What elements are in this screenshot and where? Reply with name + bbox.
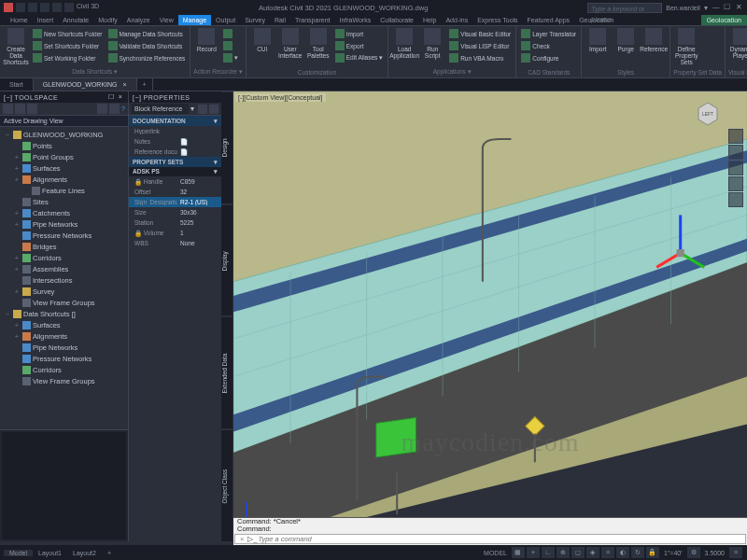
ribbon-mini-button[interactable]: ▾	[221, 52, 240, 63]
ribbon-mini-button[interactable]: Manage Data Shortcuts	[106, 28, 188, 39]
property-row[interactable]: Hyperlink	[129, 126, 221, 136]
properties-vtab[interactable]: Design	[221, 91, 233, 204]
new-tab-button[interactable]: +	[137, 78, 153, 91]
ribbon-mini-button[interactable]: Validate Data Shortcuts	[106, 40, 188, 51]
status-gear-icon[interactable]: ⚙	[687, 547, 700, 558]
status-model-label[interactable]: MODEL	[480, 550, 511, 556]
property-value[interactable]: C859	[177, 178, 221, 185]
tree-node[interactable]: Pressure Networks	[0, 230, 128, 241]
property-value[interactable]: 30x36	[177, 209, 221, 216]
ribbon-tab[interactable]: View	[155, 15, 178, 25]
property-row[interactable]: 🔒 HandleC859	[129, 176, 221, 187]
property-row[interactable]: Sign_DesignationR2-1 (US)	[129, 197, 221, 207]
property-row[interactable]: WBSNone	[129, 238, 221, 248]
command-close-icon[interactable]: ×	[237, 535, 247, 543]
ribbon-mini-button[interactable]: Set Working Folder	[31, 52, 105, 63]
3d-viewport[interactable]: [-][Custom View][Conceptual] LEFT maycod…	[233, 91, 747, 541]
ribbon-button[interactable]: LoadApplication	[391, 28, 417, 63]
tree-node[interactable]: View Frame Groups	[0, 375, 128, 386]
start-tab[interactable]: Start	[0, 78, 34, 91]
status-osnap-icon[interactable]: ◻	[571, 547, 585, 558]
geolocation-pill[interactable]: Geolocation	[701, 15, 747, 25]
tree-expander-icon[interactable]: +	[13, 254, 21, 262]
tree-node[interactable]: Points	[0, 140, 128, 151]
ribbon-mini-button[interactable]: Edit Aliases ▾	[333, 52, 385, 63]
properties-vtab[interactable]: Display	[221, 204, 233, 317]
tree-expander-icon[interactable]: +	[13, 153, 21, 161]
tree-expander-icon[interactable]: +	[13, 332, 21, 341]
tree-node[interactable]: +Pipe Networks	[0, 218, 128, 230]
qat-redo-icon[interactable]	[64, 3, 74, 12]
tree-node[interactable]: +Alignments	[0, 330, 128, 342]
property-value[interactable]: 5225	[177, 219, 221, 226]
tree-expander-icon[interactable]: +	[13, 175, 21, 184]
tree-node[interactable]: +Point Groups	[0, 151, 128, 162]
property-value[interactable]: R2-1 (US)	[177, 199, 221, 205]
quick-select-icon[interactable]	[198, 105, 207, 114]
tree-expander-icon[interactable]: +	[13, 209, 21, 217]
ts-btn-3[interactable]	[27, 104, 37, 114]
ribbon-mini-button[interactable]: Check	[519, 40, 578, 51]
qat-new-icon[interactable]	[16, 3, 25, 12]
ribbon-tab[interactable]: Collaborate	[375, 15, 418, 25]
status-3dosnap-icon[interactable]: ◈	[586, 547, 599, 558]
ribbon-tab[interactable]: Featured Apps	[523, 15, 575, 25]
property-row[interactable]: 🔒 Volume1	[129, 228, 221, 238]
ribbon-mini-button[interactable]: Visual LISP Editor	[447, 40, 513, 51]
tree-expander-icon[interactable]: +	[13, 164, 21, 173]
ribbon-mini-button[interactable]: Visual Basic Editor	[447, 28, 513, 39]
properties-vtab[interactable]: Extended Data	[221, 316, 233, 429]
ribbon-tab[interactable]: Rail	[270, 15, 290, 25]
ribbon-mini-button[interactable]: New Shortcuts Folder	[31, 28, 105, 39]
layout-tab-1[interactable]: Layout1	[33, 550, 67, 556]
property-row[interactable]: Size30x36	[129, 207, 221, 217]
ribbon-button[interactable]: Import	[585, 28, 611, 52]
tree-expander-icon[interactable]: −	[4, 310, 11, 318]
tree-node[interactable]: +Surfaces	[0, 162, 128, 174]
property-section-header[interactable]: DOCUMENTATION▾	[129, 116, 221, 126]
tree-node[interactable]: View Frame Groups	[0, 297, 128, 308]
toolspace-view-selector[interactable]: Active Drawing View	[0, 116, 128, 127]
ts-btn-5[interactable]	[109, 104, 120, 114]
qat-open-icon[interactable]	[28, 3, 37, 12]
property-row[interactable]: Offset32	[129, 187, 221, 197]
status-lineweight-icon[interactable]: ≡	[601, 547, 614, 558]
ribbon-mini-button[interactable]: Run VBA Macro	[447, 52, 513, 63]
tree-node[interactable]: +Assemblies	[0, 263, 128, 274]
property-value[interactable]: 32	[177, 189, 221, 195]
ribbon-tab[interactable]: Help	[418, 15, 441, 25]
ribbon-button[interactable]: Create DataShortcuts	[3, 28, 29, 65]
tree-expander-icon[interactable]: −	[4, 131, 11, 139]
layout-add-button[interactable]: +	[102, 550, 117, 556]
ribbon-button[interactable]: Purge	[613, 28, 639, 52]
ribbon-button[interactable]: Dynamo Player	[728, 28, 747, 59]
ribbon-tab[interactable]: Express Tools	[472, 15, 522, 25]
ribbon-button[interactable]: RunScript	[419, 28, 445, 63]
property-value[interactable]: None	[177, 240, 221, 246]
layout-tab-2[interactable]: Layout2	[67, 550, 102, 556]
property-row[interactable]: Notes📄	[129, 136, 221, 147]
minimize-icon[interactable]: —	[712, 3, 721, 12]
status-ortho-icon[interactable]: ∟	[542, 547, 555, 558]
tree-node[interactable]: +Corridors	[0, 252, 128, 263]
tree-node[interactable]: Corridors	[0, 364, 128, 375]
nav-wheel-icon[interactable]	[728, 129, 743, 144]
close-tab-icon[interactable]: ×	[122, 81, 126, 88]
ribbon-mini-button[interactable]: Synchronize References	[106, 52, 188, 63]
ribbon-button[interactable]: Reference	[641, 28, 667, 52]
select-objects-icon[interactable]	[209, 105, 218, 114]
ribbon-tab[interactable]: InfraWorks	[334, 15, 375, 25]
property-row[interactable]: Station5225	[129, 217, 221, 228]
command-input[interactable]	[258, 535, 743, 543]
document-tab-active[interactable]: GLENWOOD_WORKING ×	[34, 78, 137, 91]
close-icon[interactable]: ✕	[734, 3, 743, 12]
app-menu-icon[interactable]	[4, 3, 13, 12]
layout-tab-model[interactable]: Model	[4, 550, 33, 556]
nav-zoom-icon[interactable]	[728, 161, 743, 175]
property-value[interactable]: 📄	[177, 138, 221, 146]
status-snap-icon[interactable]: ⌖	[527, 547, 540, 558]
status-cycling-icon[interactable]: ↻	[631, 547, 644, 558]
status-annoscale-icon[interactable]: 🔒	[646, 547, 659, 558]
status-scale[interactable]: 1"=40'	[660, 550, 686, 556]
tree-node[interactable]: +Surfaces	[0, 319, 128, 330]
